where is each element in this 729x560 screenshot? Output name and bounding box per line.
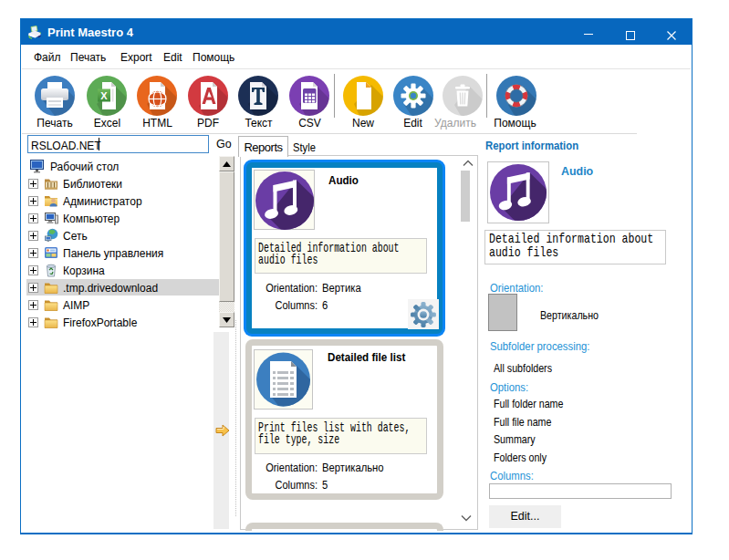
svg-text:X: X	[100, 90, 108, 101]
